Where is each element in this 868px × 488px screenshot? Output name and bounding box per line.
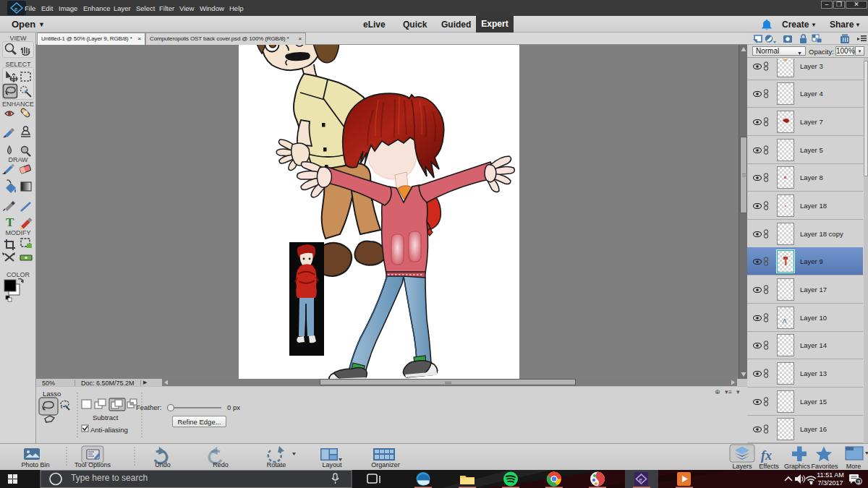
svg-text:e: e xyxy=(14,6,18,12)
svg-text:T: T xyxy=(6,215,14,229)
svg-text:e: e xyxy=(639,476,643,483)
svg-text:fx: fx xyxy=(761,448,772,463)
svg-text:3: 3 xyxy=(857,479,861,485)
